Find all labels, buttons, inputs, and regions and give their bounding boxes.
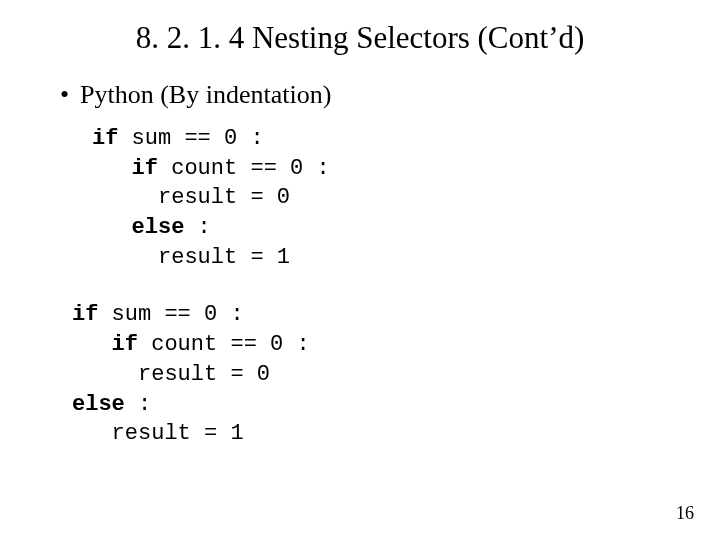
bullet-text: Python (By indentation) bbox=[80, 80, 331, 109]
code-text: result = 0 bbox=[72, 362, 270, 387]
code-text: count == 0 : bbox=[158, 156, 330, 181]
code-text: : bbox=[184, 215, 210, 240]
code-text: result = 1 bbox=[72, 421, 244, 446]
code-text: : bbox=[125, 392, 151, 417]
code-text: result = 1 bbox=[92, 245, 290, 270]
page-number: 16 bbox=[676, 503, 694, 524]
slide: 8. 2. 1. 4 Nesting Selectors (Cont’d) •P… bbox=[0, 0, 720, 540]
keyword-else: else bbox=[92, 215, 184, 240]
keyword-if: if bbox=[92, 156, 158, 181]
slide-body: •Python (By indentation) if sum == 0 : i… bbox=[60, 80, 680, 477]
code-block-2: if sum == 0 : if count == 0 : result = 0… bbox=[72, 300, 680, 448]
code-text: count == 0 : bbox=[138, 332, 310, 357]
keyword-else: else bbox=[72, 392, 125, 417]
keyword-if: if bbox=[72, 302, 98, 327]
bullet-item: •Python (By indentation) bbox=[60, 80, 680, 110]
bullet-dot: • bbox=[60, 80, 80, 110]
code-text: result = 0 bbox=[92, 185, 290, 210]
code-text: sum == 0 : bbox=[98, 302, 243, 327]
code-text: sum == 0 : bbox=[118, 126, 263, 151]
code-block-1: if sum == 0 : if count == 0 : result = 0… bbox=[92, 124, 680, 272]
keyword-if: if bbox=[92, 126, 118, 151]
keyword-if: if bbox=[72, 332, 138, 357]
slide-title: 8. 2. 1. 4 Nesting Selectors (Cont’d) bbox=[0, 20, 720, 56]
